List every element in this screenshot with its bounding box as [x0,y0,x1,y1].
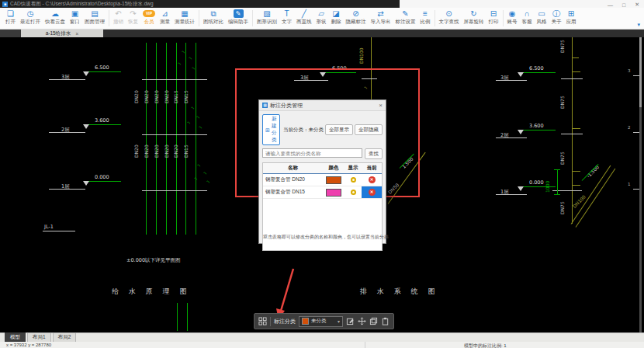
table-row[interactable]: 钢塑复合管 DN15 ✕ [263,186,382,199]
classify-grid-icon[interactable] [258,317,267,325]
headset-icon: ∩ [524,9,529,19]
table-row[interactable]: 钢塑复合管 DN20 ✕ [263,174,382,186]
toolbar-item-measure-stats[interactable]: ▦测量统计 [172,9,197,25]
toolbar-item-scale[interactable]: ≡比例 [418,9,433,25]
faucet-icon: ⌐ [198,124,204,130]
level-triangle [518,186,524,191]
level-triangle [83,181,89,186]
plus-icon: ⊞ [265,127,270,133]
classification-dropdown-value: 未分类 [311,318,335,325]
toolbar-label: 应用 [566,19,576,25]
eraser-icon: ◪ [332,9,339,19]
tab-model[interactable]: 模型 [5,332,26,342]
set-current-icon[interactable]: ✕ [369,176,376,183]
toolbar-item-edit-assistant[interactable]: ✎编辑助手 [226,9,251,25]
copy-annotation-icon[interactable] [369,317,378,325]
level-line [84,71,121,72]
show-all-button[interactable]: 全部显示 [325,124,353,135]
elevation-text: 3.600 [529,123,544,129]
toolbar-item-annotation-settings[interactable]: ✎标注设置 [393,9,418,25]
dialog-close-icon[interactable]: × [379,102,383,109]
annotation-classify-toolbar: 标注分类 未分类 ▾ [254,313,394,329]
toolbar-label: 客服 [522,19,532,25]
toolbar-item-about[interactable]: ⓘ关于 [549,9,564,25]
toolbar-item-screen-rotate[interactable]: ↻屏幕旋转 [462,9,486,25]
toolbar-item-undo[interactable]: ↶撤销 [111,9,126,25]
edit-annotation-icon[interactable] [346,317,355,325]
toolbar-label: 窗口 [70,19,80,25]
toolbar-item-cloud[interactable]: ☁快看云盘 [43,9,68,25]
riser-pipe-line [146,43,147,235]
toolbar-separator [199,10,199,26]
elevation-text: -1.500 [586,164,601,179]
tab-layout2[interactable]: 布局2 [53,332,77,342]
classification-dropdown[interactable]: 未分类 ▾ [299,316,343,327]
show-cell [345,174,362,186]
edge-floor-tick [633,189,639,190]
tab-close-icon[interactable]: × [75,31,78,37]
status-bar: x = 37932 y = 287780 模型中的标注比例: 1 [0,342,644,348]
faucet-icon: ⌐ [193,176,199,182]
toolbar-item-window[interactable]: ▣窗口 [68,9,82,25]
toolbar-separator [252,10,253,26]
classify-label-button[interactable]: 标注分类 [274,318,296,325]
toolbar-item-vip[interactable]: VIP会员 [140,9,158,25]
dimension-tick [554,194,560,195]
toolbar-item-recognize[interactable]: ▨图形识别 [254,9,279,25]
floor-label-line [496,194,527,195]
toolbar-item-drawing-manage[interactable]: ▤图面管理 [82,9,107,25]
toolbar-item-apps[interactable]: ⊞应用 [564,9,579,25]
window-title: CAD快速看图 - C:\Users\Administrator\Desktop… [10,1,154,8]
visibility-eye-icon[interactable] [351,177,356,183]
toolbar-item-text[interactable]: T文字 [279,9,294,25]
level-triangle [518,72,524,77]
floor-slab-line [561,134,583,134]
minimize-button[interactable]: — [608,2,613,8]
toolbar-item-account[interactable]: ◉账号 [505,9,520,25]
toolbar-item-print[interactable]: ⊟打印 [486,9,501,25]
toolbar-item-recent[interactable]: ◷最近打开 [18,9,43,25]
toolbar-item-compare[interactable]: ⧉图纸对比 [201,9,226,25]
hide-all-button[interactable]: 全部隐藏 [355,124,383,135]
color-swatch[interactable] [326,176,341,184]
search-button[interactable]: 查找 [365,148,383,159]
canvas-scrollbar[interactable] [639,37,642,332]
toolbar-item-line[interactable]: ╱画直线 [294,9,314,25]
toolbar-item-style[interactable]: ▭风格 [535,9,549,25]
pipe-size-label: DN20 [154,90,160,103]
redo-icon: ↷ [130,9,136,19]
document-tab-label: a-15给排水 [46,30,71,37]
tab-layout1[interactable]: 布局1 [27,332,51,342]
toolbar-collapse-icon[interactable]: ▾ [637,22,640,28]
apps-grid-icon: ⊞ [568,9,574,19]
close-button[interactable]: ✕ [635,2,639,8]
level-line [518,72,556,73]
document-tab[interactable]: a-15给排水 × [21,30,103,37]
toolbar-item-measure[interactable]: ⊿测量 [158,9,172,25]
floor-slab-line [142,134,207,135]
toolbar-item-redo[interactable]: ↷恢复 [126,9,140,25]
pipe-size-label: DN15 [183,90,189,103]
elevation-text: 0.000 [529,179,544,186]
toolbar-item-open[interactable]: ❏打开 [3,9,18,25]
maximize-button[interactable]: □ [622,2,625,8]
classification-search-input[interactable] [262,148,362,158]
scrollbar-thumb[interactable] [639,37,642,107]
dialog-title-bar[interactable]: ▦ 标注分类管理 × [259,100,386,111]
vip-badge-icon: VIP [143,10,155,17]
paste-annotation-icon[interactable] [381,317,390,325]
toolbar-item-import-export[interactable]: ⇄导入导出 [369,9,393,25]
toolbar-item-support[interactable]: ∩客服 [520,9,535,25]
color-swatch[interactable] [326,189,341,197]
toolbar-item-text-find[interactable]: ⊙文字查找 [437,9,462,25]
toolbar-item-hide-annotation[interactable]: ⊘隐藏标注 [344,9,369,25]
text-icon: T [284,9,289,19]
new-classification-button[interactable]: ⊞ 新建分类 [262,114,280,145]
toolbar-item-delete[interactable]: ◪删除 [329,9,344,25]
move-annotation-icon[interactable] [358,317,366,325]
toolbar-label: 图面管理 [85,19,105,25]
visibility-eye-icon[interactable] [351,190,356,195]
set-current-icon[interactable]: ✕ [369,189,376,196]
toolbar-item-shape[interactable]: ▱形状 [314,9,329,25]
toolbar-label: 风格 [537,19,547,25]
